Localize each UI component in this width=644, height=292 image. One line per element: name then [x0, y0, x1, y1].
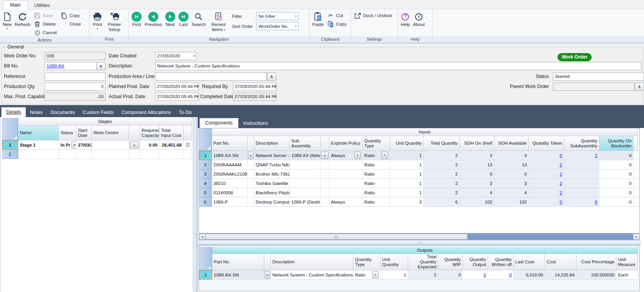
tab-to-do[interactable]: To-Do [175, 108, 196, 117]
inputs-col-total-quantity[interactable]: Total Quantity [424, 136, 460, 151]
explode-policy-cell[interactable]: Always [329, 197, 363, 207]
part-no-cell[interactable]: 1089-XX-SN [212, 151, 248, 160]
quantity-taken-link[interactable]: 2 [560, 190, 562, 195]
sub-assembly-cell[interactable] [290, 188, 320, 197]
collapse-left-icon[interactable]: ◄ [194, 233, 197, 236]
soh-available-cell[interactable]: 3 [494, 179, 529, 188]
previous-button[interactable]: Previous [143, 10, 164, 27]
stages-col-required-capacity[interactable]: Required Capacity [140, 126, 159, 140]
sort-order-dropdown[interactable]: WorkOrder No. ▾ [256, 22, 299, 30]
total-quantity-cell[interactable]: 6 [424, 197, 460, 207]
total-quantity-cell[interactable]: 2 [424, 188, 460, 197]
total-quantity-cell[interactable]: 2 [424, 169, 460, 179]
sub-assembly-cell[interactable]: 1089-XX (Netwo [290, 151, 320, 160]
inputs-select-all-corner[interactable] [199, 128, 212, 151]
soh-available-cell[interactable]: 4 [494, 188, 529, 197]
quantity-taken-link[interactable]: 0 [560, 153, 562, 158]
cost-percentage-cell[interactable]: 100.000000 [576, 270, 616, 280]
quantity-type-cell[interactable]: Ratio [363, 160, 390, 169]
inputs-row-number[interactable]: 3 [199, 169, 212, 179]
outputs-select-all-corner[interactable] [199, 247, 212, 270]
production-qty-field[interactable]: 2 [45, 83, 106, 91]
description-cell[interactable]: BlackBerry Playbo [254, 188, 290, 197]
unit-quantity-cell[interactable]: 1 [390, 160, 424, 169]
explode-policy-cell[interactable] [329, 160, 363, 169]
dock-undock-button[interactable]: Dock / Undock [352, 11, 394, 20]
unit-quantity-cell[interactable]: 1 [390, 188, 424, 197]
spin-up-button[interactable]: ▲ [321, 152, 329, 159]
ribbon-tab-main[interactable]: Main [3, 0, 28, 9]
required-by-field[interactable]: 27/03/2020 05:44 PM▾ [233, 83, 277, 91]
stages-col-name[interactable]: Name [18, 126, 59, 140]
new-button[interactable]: New ▾ [1, 10, 13, 30]
quantity-on-backorder-cell[interactable]: 0 [599, 160, 634, 169]
stages-col-status[interactable]: Status [59, 126, 76, 140]
unit-measure-cell[interactable]: Each [616, 270, 638, 280]
stage-start-date-cell[interactable] [76, 150, 92, 159]
description-cell[interactable]: QNAP Turbo NAS [254, 160, 290, 169]
inputs-row-number[interactable]: 6 [199, 197, 212, 207]
delete-button[interactable]: Delete [32, 20, 59, 28]
completed-date-field[interactable]: 27/03/2020 05:44 PM▾ [233, 93, 277, 101]
tab-notes[interactable]: Notes [26, 108, 47, 117]
close-button[interactable]: Close [59, 20, 83, 28]
quantity-on-backorder-cell[interactable]: 0 [599, 151, 634, 160]
first-button[interactable]: First [130, 10, 143, 27]
explode-policy-cell[interactable] [329, 188, 363, 197]
part-no-cell[interactable]: 1089-P [212, 197, 248, 207]
stages-row-number[interactable]: 2 [2, 150, 18, 159]
cost-cell[interactable]: 14,225.84 [545, 270, 576, 280]
spin-up-button[interactable]: ▲ [248, 152, 253, 159]
total-quantity-cell[interactable]: 2 [424, 160, 460, 169]
quantity-on-backorder-cell[interactable]: 0 [599, 179, 634, 188]
paste-button[interactable]: Paste [311, 10, 325, 27]
quant-on-backorder-cell[interactable]: 0 [599, 169, 634, 179]
outputs-col-cost-percentage[interactable]: Cost Percentage [576, 254, 616, 270]
inputs-col-quantity-subassembly[interactable]: Quantity SubAssembly [564, 136, 599, 151]
quantity-type-cell[interactable]: Ratio [363, 197, 390, 207]
planned-prod-date-field[interactable]: 27/03/2020 05:44 PM▾ [155, 83, 199, 91]
scroll-left-arrow[interactable]: ◄ [199, 234, 205, 240]
tab-custom-fields[interactable]: Custom Fields [79, 108, 118, 117]
parent-work-order-field[interactable] [553, 83, 635, 91]
soh-on-shelf-cell[interactable]: 13 [460, 160, 494, 169]
quantity-taken-link[interactable]: 2 [560, 172, 562, 176]
stage-name-cell[interactable] [18, 150, 59, 159]
outputs-col-quantity-output[interactable]: Quantity Output [463, 254, 488, 270]
save-button[interactable]: Save [32, 11, 59, 20]
scrollbar-track[interactable] [467, 234, 633, 240]
outputs-col-unit-quantity[interactable]: Unit Quantity [381, 254, 408, 270]
tab-components[interactable]: Components [199, 118, 239, 128]
quantity-on-backorder-cell[interactable]: 0 [599, 188, 634, 197]
scrollbar-thumb[interactable]: ||| [205, 234, 467, 240]
stage-total-input-cost-cell[interactable]: 28,451.68 [159, 140, 184, 150]
copy-clipboard-button[interactable]: Copy [325, 20, 348, 28]
unit-quantity-cell[interactable]: 1 [381, 270, 408, 280]
last-cost-cell[interactable]: 5,019.00 [514, 270, 545, 280]
quantity-type-cell[interactable]: Ratio [363, 179, 390, 188]
description-cell[interactable]: Network System - Custom Specifications [271, 270, 353, 280]
production-area-expand-button[interactable]: ∧ [267, 73, 276, 81]
sub-assembly-cell[interactable] [290, 160, 320, 169]
part-no-cell[interactable]: 1089-AX-SN [212, 270, 264, 280]
inputs-col-description[interactable]: Description [254, 136, 290, 151]
tab-instructions[interactable]: Instructions [239, 119, 273, 128]
ribbon-tab-utilities[interactable]: Utilities [28, 1, 56, 9]
inputs-col-unit-quantity[interactable]: Unit Quantity [390, 136, 424, 151]
spin-up-button[interactable]: ▲ [130, 141, 139, 149]
outputs-col-cost[interactable]: Cost [545, 254, 576, 270]
refresh-button[interactable]: Refresh [13, 10, 32, 27]
explode-policy-cell[interactable]: Always▾ [329, 151, 363, 160]
description-cell[interactable]: Desktop Computer [254, 197, 290, 207]
soh-on-shelf-cell[interactable]: 3 [460, 151, 494, 160]
inputs-col-quantity-taken[interactable]: Quantity Taken [529, 136, 564, 151]
total-quantity-cell[interactable]: 2 [424, 179, 460, 188]
inputs-row-number[interactable]: 2 [199, 160, 212, 169]
inputs-col-explode-policy[interactable]: Explode Policy [329, 136, 363, 151]
search-button[interactable]: Search [190, 10, 207, 27]
part-no-cell[interactable]: 29SIRAAAAM [212, 160, 248, 169]
stage-required-capacity-cell[interactable]: 0.00 [140, 140, 159, 150]
actual-prod-date-field[interactable]: 27/03/2020 05:45 PM▾ [155, 93, 199, 101]
quantity-type-cell[interactable]: Ratio▾ [353, 270, 381, 280]
sub-assembly-cell[interactable]: 1089-P (Desktop [290, 197, 320, 207]
